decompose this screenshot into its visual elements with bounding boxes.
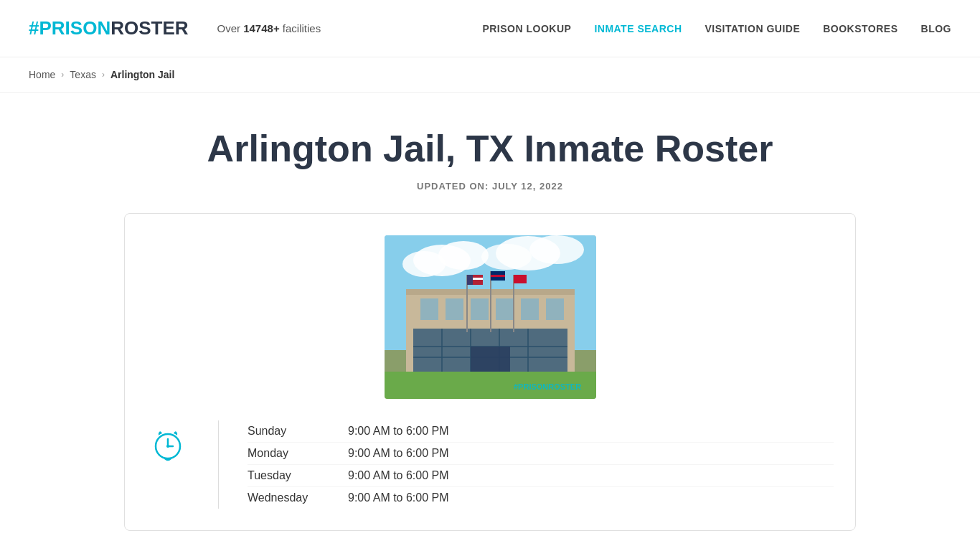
nav-blog[interactable]: BLOG (921, 23, 951, 34)
svg-point-6 (481, 244, 532, 270)
hours-row-tuesday: Tuesday 9:00 AM to 6:00 PM (248, 465, 834, 487)
svg-rect-31 (491, 275, 505, 277)
hours-section: Sunday 9:00 AM to 6:00 PM Monday 9:00 AM… (146, 420, 834, 509)
nav-bookstores[interactable]: BOOKSTORES (823, 23, 897, 34)
page-title: Arlington Jail, TX Inmate Roster (124, 128, 856, 169)
breadcrumb-home[interactable]: Home (29, 69, 55, 80)
breadcrumb-sep-1: › (61, 70, 64, 80)
svg-rect-19 (446, 298, 463, 320)
nav-inmate-search[interactable]: INMATE SEARCH (594, 23, 682, 34)
hours-divider (218, 420, 219, 509)
time-monday: 9:00 AM to 6:00 PM (348, 447, 449, 460)
svg-rect-18 (420, 298, 438, 320)
hours-row-wednesday: Wednesday 9:00 AM to 6:00 PM (248, 487, 834, 509)
hours-row-sunday: Sunday 9:00 AM to 6:00 PM (248, 420, 834, 443)
svg-rect-21 (496, 298, 514, 320)
main-nav: PRISON LOOKUP INMATE SEARCH VISITATION G… (482, 23, 951, 34)
time-sunday: 9:00 AM to 6:00 PM (348, 425, 449, 438)
svg-point-5 (529, 235, 584, 264)
svg-rect-23 (546, 298, 564, 320)
updated-date: UPDATED ON: JULY 12, 2022 (124, 181, 856, 192)
clock-icon-container (146, 420, 189, 469)
facilities-count: Over 14748+ facilities (217, 22, 321, 34)
logo-hash: # (29, 17, 39, 39)
hours-row-monday: Monday 9:00 AM to 6:00 PM (248, 443, 834, 465)
time-tuesday: 9:00 AM to 6:00 PM (348, 469, 449, 482)
svg-rect-34 (471, 347, 510, 372)
logo-prison: PRISON (39, 17, 110, 39)
svg-point-2 (438, 241, 489, 270)
main-content: Arlington Jail, TX Inmate Roster UPDATED… (95, 93, 885, 545)
svg-point-39 (166, 445, 169, 448)
nav-prison-lookup[interactable]: PRISON LOOKUP (482, 23, 571, 34)
jail-image-container: #PRISONROSTER (146, 235, 834, 399)
breadcrumb-state[interactable]: Texas (70, 69, 96, 80)
time-wednesday: 9:00 AM to 6:00 PM (348, 491, 449, 504)
jail-image: #PRISONROSTER (385, 235, 596, 399)
breadcrumb-current: Arlington Jail (110, 69, 174, 80)
breadcrumb-sep-2: › (102, 70, 105, 80)
day-sunday: Sunday (248, 425, 348, 438)
svg-rect-22 (521, 298, 539, 320)
day-monday: Monday (248, 447, 348, 460)
svg-rect-20 (471, 298, 489, 320)
day-tuesday: Tuesday (248, 469, 348, 482)
svg-point-3 (402, 251, 446, 277)
facility-card: #PRISONROSTER (124, 213, 856, 531)
clock-icon (151, 428, 185, 469)
logo-roster: ROSTER (110, 17, 188, 39)
logo-link[interactable]: # PRISON ROSTER (29, 17, 189, 39)
hours-table: Sunday 9:00 AM to 6:00 PM Monday 9:00 AM… (248, 420, 834, 509)
svg-rect-33 (514, 275, 527, 283)
svg-text:#PRISONROSTER: #PRISONROSTER (514, 382, 581, 391)
day-wednesday: Wednesday (248, 491, 348, 504)
svg-rect-28 (467, 275, 473, 285)
nav-visitation-guide[interactable]: VISITATION GUIDE (705, 23, 801, 34)
site-header: # PRISON ROSTER Over 14748+ facilities P… (0, 0, 980, 57)
breadcrumb: Home › Texas › Arlington Jail (0, 57, 980, 93)
